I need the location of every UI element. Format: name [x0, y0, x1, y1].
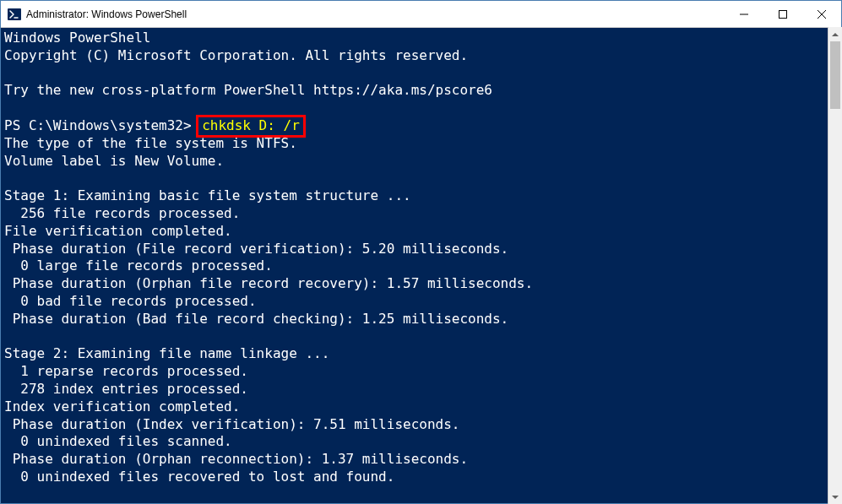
- output-line: [4, 170, 838, 187]
- svg-marker-7: [832, 496, 839, 499]
- output-line: Volume label is New Volume.: [4, 153, 838, 171]
- terminal-output[interactable]: Windows PowerShellCopyright (C) Microsof…: [1, 28, 841, 503]
- output-line: Index verification completed.: [4, 398, 838, 416]
- prompt-line: PS C:\Windows\system32> chkdsk D: /r: [4, 117, 838, 135]
- command-highlight: chkdsk D: /r: [196, 115, 306, 138]
- output-line: File verification completed.: [4, 223, 838, 241]
- output-line: Stage 1: Examining basic file system str…: [4, 187, 838, 205]
- svg-marker-6: [832, 33, 839, 36]
- output-line: 0 unindexed files recovered to lost and …: [4, 469, 838, 486]
- output-line: Phase duration (Index verification): 7.5…: [4, 416, 838, 434]
- output-line: [4, 328, 838, 346]
- titlebar[interactable]: Administrator: Windows PowerShell: [1, 1, 841, 28]
- output-line: Phase duration (Bad file record checking…: [4, 311, 838, 328]
- close-button[interactable]: [802, 1, 841, 27]
- output-line: 0 large file records processed.: [4, 257, 838, 275]
- window-title: Administrator: Windows PowerShell: [26, 8, 725, 20]
- output-line: 0 bad file records processed.: [4, 293, 838, 311]
- scroll-down-arrow[interactable]: [828, 490, 842, 504]
- vertical-scrollbar[interactable]: [828, 27, 842, 504]
- output-line: Copyright (C) Microsoft Corporation. All…: [4, 47, 838, 65]
- minimize-button[interactable]: [725, 1, 763, 27]
- prompt: PS C:\Windows\system32>: [4, 117, 199, 133]
- output-line: 1 reparse records processed.: [4, 363, 838, 381]
- scroll-up-arrow[interactable]: [828, 27, 842, 41]
- scroll-track[interactable]: [828, 41, 842, 490]
- output-line: Phase duration (File record verification…: [4, 241, 838, 258]
- output-line: [4, 65, 838, 83]
- output-line: 256 file records processed.: [4, 205, 838, 223]
- maximize-button[interactable]: [763, 1, 802, 27]
- output-line: Stage 2: Examining file name linkage ...: [4, 345, 838, 363]
- output-line: Try the new cross-platform PowerShell ht…: [4, 82, 838, 100]
- output-line: Phase duration (Orphan file record recov…: [4, 275, 838, 293]
- svg-rect-0: [8, 8, 21, 20]
- command-text: chkdsk D: /r: [202, 117, 300, 133]
- scroll-thumb[interactable]: [830, 41, 840, 109]
- powershell-icon: [8, 8, 21, 21]
- svg-rect-3: [780, 10, 787, 18]
- powershell-window: Administrator: Windows PowerShell Window…: [0, 0, 842, 504]
- window-controls: [725, 1, 841, 27]
- output-line: [4, 100, 838, 117]
- output-line: Phase duration (Orphan reconnection): 1.…: [4, 451, 838, 469]
- output-line: 0 unindexed files scanned.: [4, 433, 838, 451]
- output-line: Windows PowerShell: [4, 30, 838, 47]
- output-line: 278 index entries processed.: [4, 381, 838, 398]
- output-line: The type of the file system is NTFS.: [4, 135, 838, 153]
